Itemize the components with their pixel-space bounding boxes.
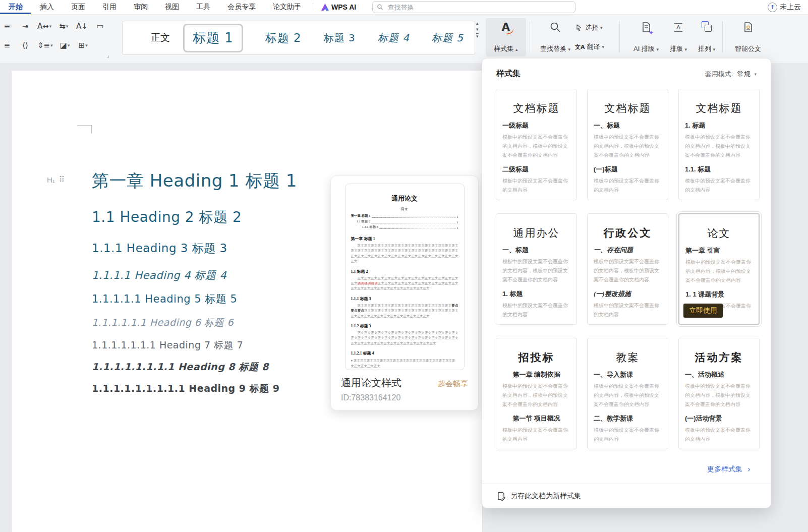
style-set-icon: A (502, 21, 510, 33)
h1-level-marker: H₁ (47, 175, 55, 184)
cloud-upload-icon: ↑ (768, 3, 777, 12)
preview-bullet: ● 正文正文正文正文正文正文正文正文正文正文正文正文正文正文正文正文正文正文正文… (351, 358, 458, 369)
style-card-document-title-3[interactable]: 文档标题 1. 标题 模板中的预设文案不会覆盖你的文档内容，模板中的预设文案不会… (678, 89, 760, 200)
tab-paper-assistant[interactable]: 论文助手 (264, 0, 310, 14)
hidden-marks-icon[interactable]: ▭ (94, 20, 106, 32)
divider (313, 3, 313, 11)
style-card-document-title-1[interactable]: 文档标题 一级标题 模板中的预设文案不会覆盖你的文档内容，模板中的预设文案不会覆… (496, 89, 577, 200)
preview-doc-title: 通用论文 (351, 194, 458, 203)
translate-button[interactable]: 文A 翻译 ▾ (575, 42, 604, 51)
toc-entry: 第一章 标题 1 1 (351, 214, 458, 218)
paragraph-tools: ≡ ⇥ A↔▾ ⇆▾ A↓ ▭ ≡ ⟨⟩ ⇕≡▾ ◪▾ ⊞▾ (0, 18, 115, 58)
preview-paragraph: 正文正文正文正文正文正文正文正文正文正文正文正文正文正文正文正文强调强调强调正文… (351, 276, 458, 291)
expand-paragraph-dialog-icon[interactable]: ⌟ (107, 52, 109, 58)
member-badge: 超会畅享 (438, 379, 468, 389)
smart-doc-icon (742, 21, 754, 33)
cursor-icon (575, 24, 583, 32)
tab-references[interactable]: 引用 (94, 0, 125, 14)
save-as-style-set-button[interactable]: 另存此文档为新样式集 (496, 491, 581, 501)
divider (530, 21, 530, 52)
chevron-down-icon: ▾ (754, 72, 757, 77)
shading-icon[interactable]: ◪▾ (59, 39, 71, 51)
tab-page[interactable]: 页面 (63, 0, 94, 14)
preview-toc-title: 目录 (351, 207, 458, 212)
use-now-button[interactable]: 立即使用 (683, 304, 723, 318)
toc-entry: 1.1.1 标题 3 1 (351, 225, 458, 229)
wrap-icon[interactable]: ⇆▾ (57, 20, 70, 32)
style-card-lesson-plan[interactable]: 教案 一、导入新课 模板中的预设文案不会覆盖你的文档内容，模板中的预设文案不会覆… (587, 338, 668, 449)
panel-title: 样式集 (496, 69, 521, 79)
tab-home[interactable]: 开始 (0, 0, 31, 14)
style-card-activity-plan[interactable]: 活动方案 一、活动概述 模板中的预设文案不会覆盖你的文档内容，模板中的预设文案不… (678, 338, 760, 449)
menubar: 开始 插入 页面 引用 审阅 视图 工具 会员专享 论文助手 WPS AI ↑ … (0, 0, 808, 15)
divider (722, 21, 723, 52)
style-item-heading5[interactable]: 标题 5 (432, 31, 464, 45)
search-box[interactable] (372, 1, 575, 13)
preview-heading: 1.1.2.1 标题 4 (351, 350, 458, 356)
align-icon[interactable]: ≡ (1, 39, 13, 51)
sort-icon[interactable]: A↓ (76, 20, 88, 32)
ai-layout-icon: ✦ (640, 21, 652, 35)
style-card-bidding[interactable]: 招投标 第一章 编制依据 模板中的预设文案不会覆盖你的文档内容，模板中的预设文案… (496, 338, 577, 449)
style-card-official-document[interactable]: 行政公文 一、存在问题 模板中的预设文案不会覆盖你的文档内容，模板中的预设文案不… (587, 213, 668, 325)
preview-heading: 1.1.2 标题 3 (351, 323, 458, 329)
divider (619, 21, 620, 52)
preview-style-name: 通用论文样式 (341, 376, 401, 390)
tab-wps-ai[interactable]: WPS AI (316, 3, 361, 11)
chevron-right-icon: › (747, 465, 751, 474)
cloud-status[interactable]: ↑ 未上云 (768, 3, 808, 12)
gallery-more-icon[interactable]: ▾ (476, 33, 479, 39)
tab-review[interactable]: 审阅 (125, 0, 156, 14)
preview-paragraph: 正文正文正文正文正文正文正文正文正文正文正文正文正文正文正文正文正文正文正文正文… (351, 330, 458, 346)
style-item-heading1[interactable]: 标题 1 (183, 24, 243, 52)
smart-doc-button[interactable]: 智能公文 (726, 18, 770, 56)
line-spacing-icon[interactable]: ⇕≡▾ (37, 39, 53, 51)
tab-insert[interactable]: 插入 (31, 0, 63, 14)
apply-mode-dropdown[interactable]: 套用模式: 常规 ▾ (705, 70, 757, 79)
text-direction-icon[interactable]: A↔▾ (37, 20, 51, 32)
toc-entry: 1.1 标题 2 1 (351, 219, 458, 224)
style-item-heading2[interactable]: 标题 2 (265, 30, 302, 46)
tab-view[interactable]: 视图 (156, 0, 188, 14)
style-item-heading3[interactable]: 标题 3 (324, 31, 356, 45)
arrange-button[interactable]: 排列 ▾ (688, 18, 725, 56)
style-card-general-office[interactable]: 通用办公 一、标题 模板中的预设文案不会覆盖你的文档内容，模板中的预设文案不会覆… (496, 213, 577, 325)
drag-handle-icon[interactable]: ⠿ (59, 175, 65, 184)
gallery-scroll-down-icon[interactable]: ▾ (476, 27, 479, 32)
preview-paragraph: 正文正文正文正文正文正文正文正文正文正文正文正文正文正文要点要点要点正文正文正文… (351, 303, 458, 319)
preview-heading: 1.1 标题 2 (351, 269, 458, 274)
find-replace-input[interactable] (386, 3, 571, 12)
style-item-heading4[interactable]: 标题 4 (378, 31, 410, 45)
cloud-status-label: 未上云 (780, 3, 801, 12)
style-card-thesis[interactable]: 论文 第一章 引言 模板中的预设文案不会覆盖你的文档内容，模板中的预设文案不会覆… (678, 213, 760, 325)
border-icon[interactable]: ⊞▾ (77, 39, 89, 51)
svg-text:A: A (676, 24, 680, 31)
divider (482, 484, 771, 484)
preview-style-id: ID:78383164120 (341, 393, 468, 402)
style-set-button[interactable]: A 样式集 ▴ (486, 18, 526, 56)
tab-tools[interactable]: 工具 (188, 0, 219, 14)
search-icon (377, 4, 383, 11)
preview-heading: 第一章 标题 1 (351, 236, 458, 242)
style-preview-thumbnail: 通用论文 目录 第一章 标题 1 1 1.1 标题 2 1 1.1.1 标题 3… (345, 184, 465, 370)
preview-paragraph: 正文正文正文正文正文正文正文正文正文正文正文正文正文正文正文正文正文正文正文正文… (351, 243, 458, 264)
outdent-icon[interactable]: ≡ (1, 20, 13, 32)
gallery-scroll-up-icon[interactable]: ▴ (476, 21, 479, 26)
style-card-document-title-2[interactable]: 文档标题 一、标题 模板中的预设文案不会覆盖你的文档内容，模板中的预设文案不会覆… (587, 89, 668, 200)
search-icon (549, 21, 561, 33)
wps-ai-label: WPS AI (331, 3, 356, 11)
layout-icon: A (672, 21, 684, 33)
more-style-sets-link[interactable]: 更多样式集 › (707, 465, 751, 474)
heading1-gutter: H₁ ⠿ (47, 175, 65, 184)
wps-ai-logo-icon (321, 4, 329, 11)
indent-icon[interactable]: ⇥ (19, 20, 31, 32)
select-button[interactable]: 选择 ▾ (575, 23, 603, 32)
char-scale-icon[interactable]: ⟨⟩ (19, 39, 31, 51)
gallery-scroll: ▴ ▾ ▾ (476, 21, 479, 39)
tab-member[interactable]: 会员专享 (219, 0, 264, 14)
preview-heading: 1.1.1 标题 3 (351, 296, 458, 302)
style-preview-card: 通用论文 目录 第一章 标题 1 1 1.1 标题 2 1 1.1.1 标题 3… (330, 175, 479, 410)
arrange-icon (702, 21, 712, 32)
style-item-body[interactable]: 正文 (151, 31, 170, 44)
find-replace-button[interactable]: 查找替换 ▾ (532, 18, 579, 56)
